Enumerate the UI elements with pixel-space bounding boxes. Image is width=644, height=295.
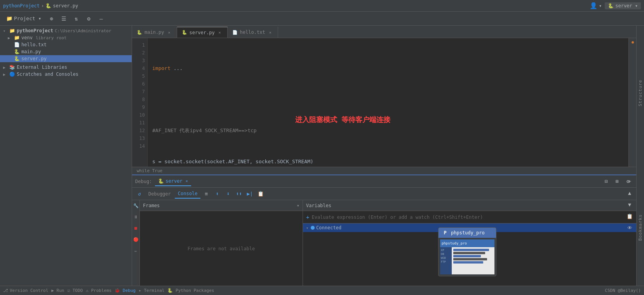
- project-panel: ▾ 📁 pythonProject C:\Users\Administrator…: [0, 26, 132, 295]
- while-true-label: while True: [137, 168, 162, 173]
- rerun-button[interactable]: ≡: [201, 189, 211, 199]
- run-cursor-button[interactable]: ▶|: [245, 189, 255, 199]
- py-file-icon: 🐍: [14, 49, 20, 54]
- bar-3: [453, 255, 481, 257]
- code-line-3: #AF_INET 代表ipv4 SOCK_STREAM==>tcp: [152, 127, 624, 134]
- arrow-scratch: ▶: [3, 72, 8, 77]
- main-py-tab-close[interactable]: ✕: [167, 30, 172, 35]
- list-view-button[interactable]: ☰: [58, 13, 69, 24]
- code-content[interactable]: import ... #AF_INET 代表ipv4 SOCK_STREAM==…: [148, 38, 628, 167]
- version-control-button[interactable]: ⎇ Version Control: [3, 288, 48, 293]
- sort-button[interactable]: ⇅: [71, 13, 82, 24]
- project-dropdown[interactable]: 📁 Project ▾: [3, 14, 44, 23]
- phpstudy-label: phpstudy_pro: [451, 230, 485, 236]
- evaluate-button[interactable]: 📋: [256, 189, 266, 199]
- hello-txt-label: hello.txt: [21, 42, 47, 47]
- server-py-tab-icon: 🐍: [182, 30, 187, 35]
- structure-sidebar[interactable]: Structure: [636, 26, 644, 161]
- tab-main-py[interactable]: 🐍 main.py ✕: [132, 27, 177, 38]
- debug-icon-4[interactable]: 🔴: [133, 237, 139, 242]
- server-py-tab-label: server.py: [190, 30, 215, 35]
- debug-icon-2[interactable]: ⏸: [134, 215, 138, 220]
- scratches-item[interactable]: ▶ 🔵 Scratches and Consoles: [0, 71, 132, 78]
- debug-body: 🔧 ⏸ ⏹ 🔴 ✏ ··· Frames ▾ Frames are not av…: [132, 200, 636, 295]
- server-py-icon: 🐍: [14, 56, 20, 61]
- tab-server-py[interactable]: 🐍 server.py ✕: [177, 27, 228, 38]
- step-over-button[interactable]: ⬆: [212, 189, 222, 199]
- eval-placeholder: Evaluate expression (Enter) or add a wat…: [312, 215, 483, 220]
- connected-status-dot: [311, 226, 315, 230]
- var-tool-4[interactable]: 📋: [625, 211, 635, 221]
- step-into-button[interactable]: ⬇: [223, 189, 233, 199]
- hello-txt-item[interactable]: 📄 hello.txt: [0, 41, 132, 48]
- eval-bar[interactable]: + Evaluate expression (Enter) or add a w…: [303, 211, 636, 223]
- scratches-label: Scratches and Consoles: [17, 72, 78, 77]
- main-py-item[interactable]: 🐍 main.py: [0, 48, 132, 55]
- terminal-button[interactable]: ▸ Terminal: [139, 288, 164, 293]
- debug-expand[interactable]: ⊞: [612, 176, 622, 187]
- problems-button[interactable]: ⚠ Problems: [86, 288, 111, 293]
- python-icon: 🐍: [158, 178, 164, 184]
- frames-panel-header: Frames ▾: [140, 200, 303, 211]
- project-root[interactable]: ▾ 📁 pythonProject C:\Users\Administrator: [0, 27, 132, 34]
- title-bar: pythonProject › 🐍 server.py 👤 ▾ 🐍 server…: [0, 0, 644, 12]
- add-content-button[interactable]: ⊕: [46, 13, 57, 24]
- debug-minimize[interactable]: ⊟: [601, 176, 611, 187]
- variables-label: Variables: [306, 203, 331, 208]
- arrow-right-icon: ▶: [8, 36, 12, 40]
- python-packages-button[interactable]: 🐍 Python Packages: [167, 288, 214, 293]
- bar-4: [453, 258, 487, 260]
- resume-button[interactable]: ↺: [134, 189, 144, 199]
- project-link[interactable]: pythonProject: [3, 3, 40, 9]
- connected-badge: Connected: [311, 225, 341, 230]
- main-layout: ▾ 📁 pythonProject C:\Users\Administrator…: [0, 26, 644, 295]
- user-button[interactable]: 👤 ▾: [590, 2, 602, 9]
- server-py-item[interactable]: 🐍 server.py: [0, 55, 132, 62]
- debug-icon-1[interactable]: 🔧: [133, 203, 139, 208]
- add-watch-button[interactable]: +: [306, 214, 309, 220]
- debug-left-icons: 🔧 ⏸ ⏹ 🔴 ✏ ···: [132, 200, 140, 295]
- bookmarks-sidebar[interactable]: Bookmarks: [636, 161, 644, 295]
- breadcrumb: pythonProject › 🐍 server.py: [3, 3, 78, 9]
- title-bar-right: 👤 ▾ 🐍 server ▾: [590, 2, 641, 9]
- project-tree[interactable]: ▾ 📁 pythonProject C:\Users\Administrator…: [0, 26, 132, 295]
- server-py-link[interactable]: 🐍 server.py: [45, 3, 78, 9]
- code-editor[interactable]: 1 2 3 4 5 6 7 8 9 10 11 12 13 14 import …: [132, 38, 636, 167]
- ext-libraries-item[interactable]: ▶ 📚 External Libraries: [0, 64, 132, 71]
- var-tool-3[interactable]: ▼: [625, 200, 635, 209]
- list-icon: ☰: [61, 16, 66, 22]
- todo-label: ☑ TODO: [67, 288, 83, 293]
- server-py-tab-close[interactable]: ✕: [217, 30, 223, 35]
- phpstudy-preview: phpstudy_pro XP DB WEB FTP: [440, 239, 494, 274]
- terminal-label: ▸ Terminal: [139, 288, 164, 293]
- var-tool-5[interactable]: 👁: [625, 223, 635, 233]
- frames-dropdown[interactable]: ▾: [297, 203, 299, 208]
- collapse-icon[interactable]: ▾: [306, 226, 308, 230]
- server-py-label: server.py: [21, 56, 47, 61]
- debugger-tab[interactable]: Debugger: [145, 190, 174, 198]
- server-dropdown[interactable]: 🐍 server ▾: [605, 2, 641, 9]
- run-button[interactable]: ▶ Run: [51, 288, 64, 293]
- hello-txt-tab-close[interactable]: ✕: [268, 30, 273, 35]
- arrow-ext: ▶: [3, 65, 8, 70]
- structure-label: Structure: [638, 80, 643, 106]
- debug-icon-5[interactable]: ✏: [134, 248, 137, 253]
- main-py-tab-icon: 🐍: [137, 30, 142, 35]
- phpstudy-tooltip: P phpstudy_pro phpstudy_pro XP DB WEB FT…: [438, 227, 496, 276]
- settings-button[interactable]: ⚙: [83, 13, 94, 24]
- venv-item[interactable]: ▶ 📁 venv library root: [0, 34, 132, 41]
- debug-tab-close[interactable]: ✕: [186, 179, 188, 183]
- todo-button[interactable]: ☑ TODO: [67, 288, 83, 293]
- libraries-icon: 📚: [9, 65, 15, 70]
- tab-hello-txt[interactable]: 📄 hello.txt ✕: [228, 27, 278, 38]
- minimize-button[interactable]: —: [96, 13, 106, 24]
- hello-txt-tab-label: hello.txt: [240, 30, 265, 35]
- ext-libraries-label: External Libraries: [17, 65, 67, 70]
- console-tab[interactable]: Console: [175, 189, 201, 199]
- debug-icon-3[interactable]: ⏹: [134, 226, 138, 231]
- gear-icon: ⚙: [87, 16, 90, 22]
- step-out-button[interactable]: ⬆⬆: [234, 189, 244, 199]
- debug-tab-button[interactable]: 🐞 Debug: [115, 288, 136, 293]
- frames-label: Frames: [143, 203, 160, 208]
- debug-server-tab[interactable]: 🐍 server ✕: [155, 177, 191, 186]
